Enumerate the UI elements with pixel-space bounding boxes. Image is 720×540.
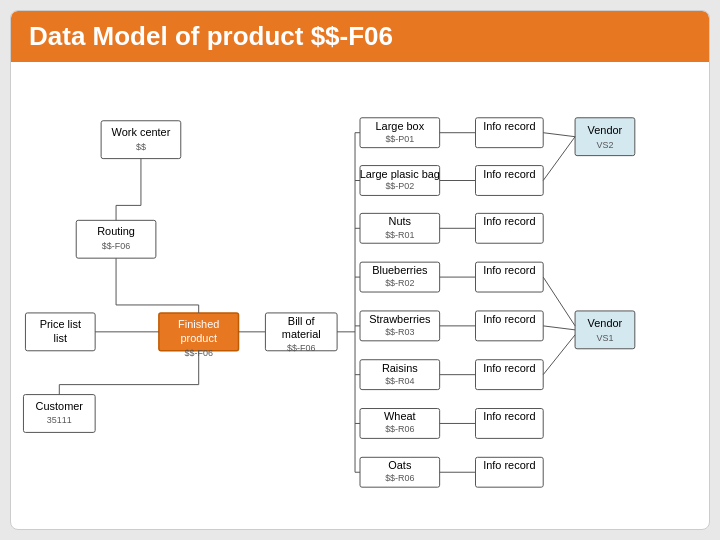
blueberries-sublabel: $$-R02 <box>385 278 414 288</box>
finished-sublabel: product <box>180 332 216 344</box>
diagram-area: Work center $$ Routing $$-F06 Price list… <box>11 66 709 529</box>
vendor-vs1-sublabel: VS1 <box>596 333 613 343</box>
slide: Data Model of product $$-F06 Work center… <box>10 10 710 530</box>
bom-label: Bill of <box>288 315 316 327</box>
bom-sublabel: $$-F06 <box>287 343 315 353</box>
info1-label: Info record <box>483 120 535 132</box>
customer-sublabel: 35111 <box>47 415 72 425</box>
large-box-label: Large box <box>375 120 424 132</box>
svg-line-54 <box>543 137 575 181</box>
nuts-sublabel: $$-R01 <box>385 230 414 240</box>
info3-label: Info record <box>483 215 535 227</box>
wheat-label: Wheat <box>384 410 416 422</box>
info5-label: Info record <box>483 313 535 325</box>
work-center-label: Work center <box>112 126 171 138</box>
svg-line-56 <box>543 326 575 330</box>
info4-label: Info record <box>483 264 535 276</box>
work-center-sublabel: $$ <box>136 142 146 152</box>
vendor-vs1-label: Vendor <box>588 317 623 329</box>
vendor-vs2-label: Vendor <box>588 124 623 136</box>
svg-line-53 <box>543 133 575 137</box>
info7-label: Info record <box>483 410 535 422</box>
price-list-label: Price list <box>40 318 81 330</box>
svg-line-57 <box>543 335 575 375</box>
vendor-vs2-sublabel: VS2 <box>596 140 613 150</box>
large-box-sublabel: $$-P01 <box>385 134 414 144</box>
customer-label: Customer <box>36 400 84 412</box>
oats-sublabel: $$-R06 <box>385 473 414 483</box>
blueberries-label: Blueberries <box>372 264 428 276</box>
oats-label: Oats <box>388 459 412 471</box>
routing-label: Routing <box>97 225 135 237</box>
plasic-bag-label: Large plasic bag <box>360 168 440 180</box>
nuts-label: Nuts <box>389 215 412 227</box>
strawberries-label: Strawberries <box>369 313 431 325</box>
info6-label: Info record <box>483 362 535 374</box>
wheat-sublabel: $$-R06 <box>385 424 414 434</box>
info2-label: Info record <box>483 168 535 180</box>
svg-line-55 <box>543 277 575 326</box>
info8-label: Info record <box>483 459 535 471</box>
strawberries-sublabel: $$-R03 <box>385 327 414 337</box>
raisins-label: Raisins <box>382 362 418 374</box>
price-list-label2: list <box>54 332 67 344</box>
routing-sublabel: $$-F06 <box>102 241 130 251</box>
slide-title: Data Model of product $$-F06 <box>11 11 709 62</box>
finished-label: Finished <box>178 318 219 330</box>
bom-label2: material <box>282 328 321 340</box>
raisins-sublabel: $$-R04 <box>385 376 414 386</box>
plasic-bag-sublabel: $$-P02 <box>385 181 414 191</box>
